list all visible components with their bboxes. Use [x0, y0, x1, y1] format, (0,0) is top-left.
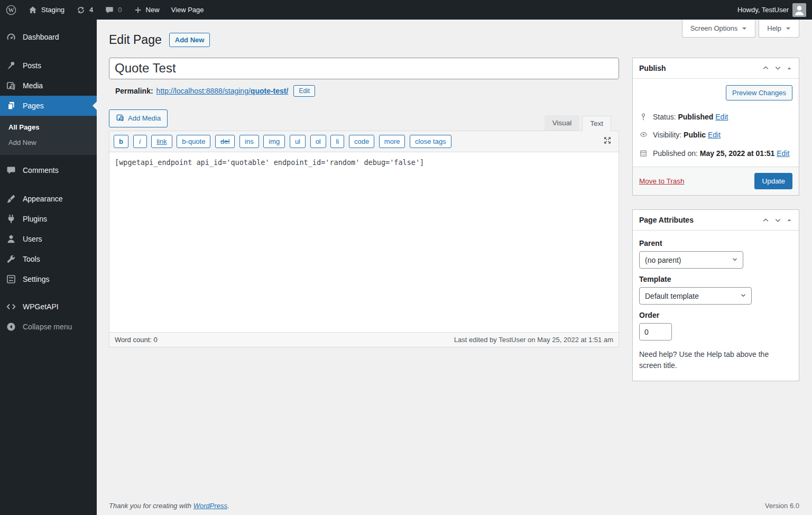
permalink-link[interactable]: http://localhost:8888/staging/quote-test…: [156, 87, 289, 95]
sidebar-item-comments[interactable]: Comments: [0, 160, 97, 180]
sidebar-item-appearance[interactable]: Appearance: [0, 189, 97, 209]
editor-textarea[interactable]: [wpgetapi_endpoint api_id='quotable' end…: [109, 152, 619, 332]
qt-code-button[interactable]: code: [349, 135, 374, 148]
sidebar-item-plugins[interactable]: Plugins: [0, 209, 97, 229]
order-input[interactable]: [639, 323, 672, 341]
move-down-icon[interactable]: [774, 64, 782, 72]
site-name-menu[interactable]: Staging: [22, 0, 70, 20]
comment-bubble-icon: [105, 5, 114, 15]
sidebar-item-pages[interactable]: Pages: [0, 96, 97, 116]
update-button[interactable]: Update: [754, 173, 792, 189]
sidebar-item-wpgetapi[interactable]: WPGetAPI: [0, 297, 97, 317]
qt-del-button[interactable]: del: [215, 135, 235, 148]
edit-permalink-button[interactable]: Edit: [293, 85, 315, 97]
sidebar-item-posts[interactable]: Posts: [0, 56, 97, 76]
account-menu[interactable]: Howdy, TestUser: [732, 0, 812, 20]
qt-blockquote-button[interactable]: b-quote: [177, 135, 210, 148]
last-edited: Last edited by TestUser on May 25, 2022 …: [454, 336, 613, 344]
qt-close-tags-button[interactable]: close tags: [410, 135, 451, 148]
fullscreen-icon[interactable]: [603, 136, 612, 147]
new-content-button[interactable]: New: [128, 0, 165, 20]
user-icon: [6, 234, 16, 244]
new-label: New: [146, 6, 160, 14]
comments-button[interactable]: 0: [99, 0, 127, 20]
text-editor: b i link b-quote del ins img ul ol li co…: [109, 131, 619, 347]
screen-options-button[interactable]: Screen Options: [682, 20, 756, 38]
sidebar-item-all-pages[interactable]: All Pages: [0, 119, 97, 135]
move-up-icon[interactable]: [762, 64, 770, 72]
admin-bar-right: Howdy, TestUser: [732, 0, 812, 20]
wordpress-logo-icon: W: [6, 5, 16, 15]
qt-ul-button[interactable]: ul: [290, 135, 306, 148]
qt-li-button[interactable]: li: [330, 135, 344, 148]
editor-status-bar: Word count: 0 Last edited by TestUser on…: [109, 332, 619, 347]
move-to-trash-link[interactable]: Move to Trash: [639, 177, 685, 185]
svg-text:W: W: [8, 7, 14, 13]
preview-changes-button[interactable]: Preview Changes: [726, 85, 792, 100]
edit-published-on-link[interactable]: Edit: [777, 149, 789, 158]
move-up-icon[interactable]: [762, 216, 770, 224]
permalink-label: Permalink:: [115, 87, 153, 95]
sidebar-item-add-new-page[interactable]: Add New: [0, 135, 97, 150]
sidebar-item-tools[interactable]: Tools: [0, 249, 97, 269]
qt-link-button[interactable]: link: [151, 135, 172, 148]
parent-select[interactable]: (no parent): [639, 251, 743, 269]
edit-visibility-link[interactable]: Edit: [708, 131, 721, 139]
move-down-icon[interactable]: [774, 216, 782, 224]
title-input[interactable]: [109, 58, 619, 79]
pin-icon: [6, 60, 16, 71]
sidebar-label-users: Users: [23, 235, 42, 243]
misc-publishing-actions: Status: Published Edit Visibility: Publi…: [633, 103, 799, 167]
minor-publishing-actions: Preview Changes: [633, 79, 799, 103]
quicktags-toolbar: b i link b-quote del ins img ul ol li co…: [109, 131, 619, 152]
qt-img-button[interactable]: img: [263, 135, 285, 148]
sidebar-item-media[interactable]: Media: [0, 76, 97, 96]
tab-text[interactable]: Text: [582, 116, 611, 131]
updates-icon: [76, 5, 86, 15]
panel-handle-actions: [762, 64, 792, 72]
media-icon: [6, 80, 16, 91]
sidebar-label-wpgetapi: WPGetAPI: [23, 302, 59, 311]
add-new-button[interactable]: Add New: [169, 33, 210, 47]
qt-italic-button[interactable]: i: [133, 135, 147, 148]
qt-bold-button[interactable]: b: [114, 135, 128, 148]
wordpress-link[interactable]: WordPress: [193, 502, 227, 510]
eye-icon: [639, 130, 650, 139]
qt-more-button[interactable]: more: [379, 135, 405, 148]
wp-logo-button[interactable]: W: [0, 0, 22, 20]
published-on-row: Published on: May 25, 2022 at 01:51 Edit: [639, 148, 792, 159]
permalink-slug: quote-test/: [251, 87, 289, 95]
updates-button[interactable]: 4: [70, 0, 99, 20]
toggle-panel-icon[interactable]: [786, 65, 792, 71]
edit-status-link[interactable]: Edit: [715, 113, 728, 121]
paintbrush-icon: [6, 194, 16, 204]
calendar-icon: [639, 149, 650, 158]
page-attributes-body: Parent (no parent) Template Default temp…: [633, 231, 799, 381]
sidebar-label-pages: Pages: [23, 102, 44, 110]
qt-ol-button[interactable]: ol: [310, 135, 326, 148]
template-select[interactable]: Default template: [639, 287, 752, 305]
help-label: Help: [767, 24, 781, 32]
sidebar-item-settings[interactable]: Settings: [0, 269, 97, 289]
toggle-panel-icon[interactable]: [786, 217, 792, 223]
code-brackets-icon: [6, 301, 16, 312]
sidebar-item-dashboard[interactable]: Dashboard: [0, 27, 97, 47]
footer: Thank you for creating with WordPress. V…: [109, 502, 799, 510]
screen-options-label: Screen Options: [690, 24, 738, 32]
order-label: Order: [639, 311, 792, 319]
view-page-button[interactable]: View Page: [165, 0, 210, 20]
visibility-value: Public: [684, 131, 706, 139]
panel-handle-actions: [762, 216, 792, 224]
help-button[interactable]: Help: [759, 20, 799, 38]
collapse-menu-button[interactable]: Collapse menu: [0, 317, 97, 337]
page-attributes-header: Page Attributes: [633, 210, 799, 231]
sidebar-item-users[interactable]: Users: [0, 229, 97, 249]
page-attributes-panel: Page Attributes Parent (no parent) Templ…: [632, 209, 799, 381]
qt-ins-button[interactable]: ins: [239, 135, 259, 148]
collapse-arrow-icon: [6, 321, 16, 332]
add-media-button[interactable]: Add Media: [109, 109, 168, 127]
tab-visual[interactable]: Visual: [545, 115, 580, 131]
site-name-label: Staging: [41, 6, 64, 14]
updates-count: 4: [89, 6, 93, 14]
add-media-label: Add Media: [128, 114, 161, 122]
